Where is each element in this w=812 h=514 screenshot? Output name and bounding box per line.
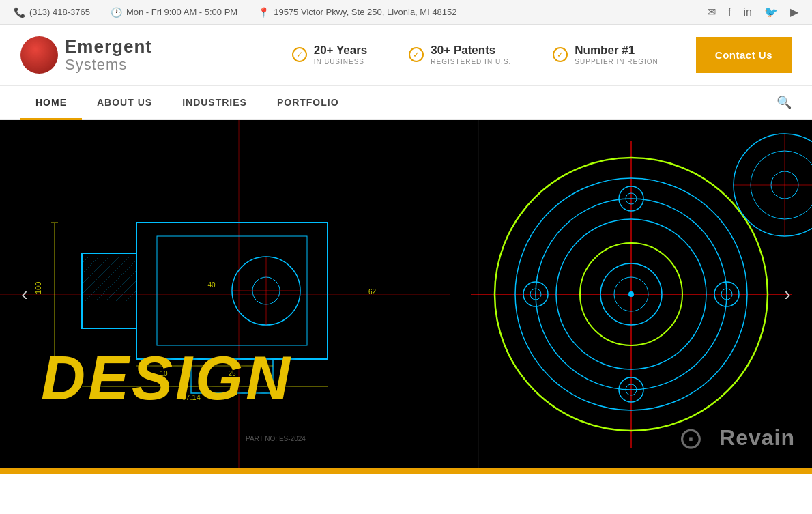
- twitter-icon[interactable]: 🐦: [764, 5, 778, 18]
- contact-button[interactable]: Contact Us: [696, 37, 792, 73]
- stat-patents-main: 30+ Patents: [431, 44, 511, 57]
- phone-number[interactable]: (313) 418-3765: [29, 7, 90, 17]
- stat-patents: ✓ 30+ Patents REGISTERED IN U.S.: [388, 44, 532, 66]
- check-patents-icon: ✓: [409, 47, 424, 62]
- check-supplier-icon: ✓: [553, 47, 568, 62]
- revain-text: Revain: [719, 425, 795, 451]
- phone-icon: 📞: [14, 7, 25, 18]
- nav-portfolio[interactable]: PORTFOLIO: [262, 86, 354, 119]
- location-icon: 📍: [258, 7, 270, 18]
- stat-years-sub: IN BUSINESS: [314, 58, 368, 66]
- stat-years-text: 20+ Years IN BUSINESS: [314, 44, 368, 66]
- nav-industries[interactable]: INDUSTRIES: [167, 86, 262, 119]
- header-stats: ✓ 20+ Years IN BUSINESS ✓ 30+ Patents RE…: [272, 37, 792, 73]
- hours-text: Mon - Fri 9:00 AM - 5:00 PM: [126, 7, 237, 17]
- svg-point-58: [628, 291, 634, 297]
- top-bar: 📞 (313) 418-3765 🕐 Mon - Fri 9:00 AM - 5…: [0, 0, 812, 25]
- svg-text:40: 40: [207, 281, 216, 289]
- stat-years: ✓ 20+ Years IN BUSINESS: [272, 44, 389, 66]
- prev-slide-button[interactable]: ‹: [10, 280, 39, 309]
- hours-item: 🕐 Mon - Fri 9:00 AM - 5:00 PM: [111, 7, 237, 18]
- nav-home[interactable]: HOME: [20, 86, 82, 119]
- hero-headline: DESIGN: [41, 343, 293, 414]
- logo-circle: [20, 36, 58, 74]
- logo-text: Emergent Systems: [65, 37, 152, 73]
- navigation: HOME ABOUT US INDUSTRIES PORTFOLIO 🔍: [0, 86, 812, 120]
- header: Emergent Systems ✓ 20+ Years IN BUSINESS…: [0, 25, 812, 86]
- nav-about[interactable]: ABOUT US: [82, 86, 167, 119]
- revain-watermark: ⊙ Revain: [678, 420, 795, 455]
- hero-section: 100 67.14 40 62 10 25 PART NO: ES-2024: [0, 120, 812, 468]
- youtube-icon[interactable]: ▶: [790, 5, 798, 18]
- address-text: 19575 Victor Pkwy, Ste 250, Livonia, MI …: [274, 7, 456, 17]
- hero-divider: [478, 120, 479, 468]
- stat-supplier: ✓ Number #1 SUPPLIER IN REGION: [532, 44, 678, 66]
- cad-drawing-left: 100 67.14 40 62 10 25 PART NO: ES-2024: [0, 120, 478, 468]
- stat-years-main: 20+ Years: [314, 44, 368, 57]
- facebook-icon[interactable]: f: [728, 6, 731, 18]
- search-icon[interactable]: 🔍: [777, 95, 792, 110]
- linkedin-icon[interactable]: in: [744, 6, 752, 18]
- cad-drawing-right: [450, 120, 812, 468]
- clock-icon: 🕐: [111, 7, 122, 18]
- revain-icon: ⊙: [678, 420, 712, 455]
- phone-item: 📞 (313) 418-3765: [14, 7, 90, 18]
- email-icon[interactable]: ✉: [707, 5, 716, 18]
- social-links: ✉ f in 🐦 ▶: [707, 5, 798, 18]
- check-years-icon: ✓: [292, 47, 307, 62]
- next-slide-button[interactable]: ›: [773, 280, 802, 309]
- stat-supplier-text: Number #1 SUPPLIER IN REGION: [575, 44, 658, 66]
- bottom-accent-bar: [0, 468, 812, 474]
- stat-patents-sub: REGISTERED IN U.S.: [431, 58, 511, 66]
- svg-text:PART NO: ES-2024: PART NO: ES-2024: [246, 435, 306, 442]
- logo-systems: Systems: [65, 57, 152, 73]
- address-item: 📍 19575 Victor Pkwy, Ste 250, Livonia, M…: [258, 7, 456, 18]
- svg-text:62: 62: [368, 288, 377, 296]
- logo[interactable]: Emergent Systems: [20, 36, 152, 74]
- stat-supplier-main: Number #1: [575, 44, 658, 57]
- stat-patents-text: 30+ Patents REGISTERED IN U.S.: [431, 44, 511, 66]
- stat-supplier-sub: SUPPLIER IN REGION: [575, 58, 658, 66]
- logo-emergent: Emergent: [65, 37, 152, 57]
